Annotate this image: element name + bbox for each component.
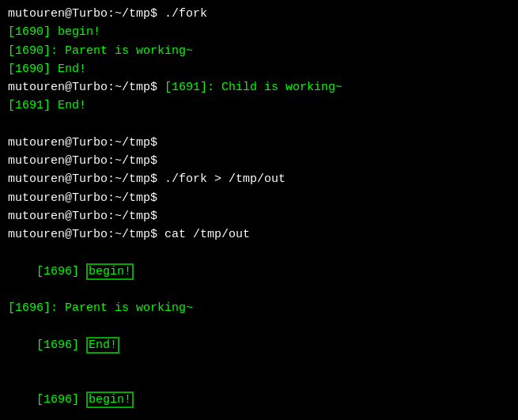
line-16: [1696] End! [8,317,510,373]
line-9: mutouren@Turbo:~/tmp$ [8,152,510,170]
highlight-begin-1: begin! [86,263,134,280]
line-15: [1696]: Parent is working~ [8,299,510,317]
line-8: mutouren@Turbo:~/tmp$ [8,134,510,152]
line-4: [1690] End! [8,60,510,78]
line-14: [1696] begin! [8,244,510,299]
line-6: [1691] End! [8,96,510,115]
terminal-window: mutouren@Turbo:~/tmp$ ./fork [1690] begi… [0,0,518,420]
line-5: mutouren@Turbo:~/tmp$ [1691]: Child is w… [8,78,510,96]
empty-line-1 [8,115,510,134]
line-13: mutouren@Turbo:~/tmp$ cat /tmp/out [8,225,510,244]
highlight-begin-2: begin! [86,392,134,408]
line-17: [1696] begin! [8,373,510,420]
line-11: mutouren@Turbo:~/tmp$ [8,189,510,207]
line-12: mutouren@Turbo:~/tmp$ [8,207,510,225]
line-2: [1690] begin! [8,23,510,41]
line-3: [1690]: Parent is working~ [8,42,510,60]
line-10: mutouren@Turbo:~/tmp$ ./fork > /tmp/out [8,170,510,188]
highlight-end-1: End! [86,337,119,354]
line-1: mutouren@Turbo:~/tmp$ ./fork [8,5,510,23]
